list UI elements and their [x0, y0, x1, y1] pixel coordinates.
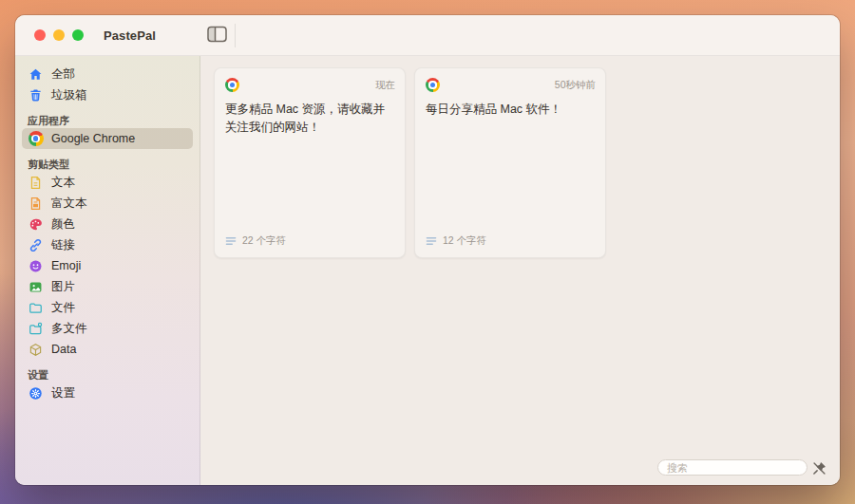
sidebar-item-label: 富文本 [51, 196, 87, 212]
sidebar-item-label: 垃圾箱 [51, 87, 87, 103]
color-palette-icon [28, 216, 44, 233]
close-button[interactable] [34, 29, 46, 41]
sidebar-section-settings: 设置 [15, 368, 200, 383]
sidebar-item-label: Emoji [51, 259, 81, 272]
card-footer: 12 个字符 [426, 234, 486, 248]
clipboard-card[interactable]: 50秒钟前 每日分享精品 Mac 软件！ 12 个字符 [414, 67, 606, 258]
card-timestamp: 现在 [375, 79, 395, 92]
sidebar-section-applications: 应用程序 [15, 114, 200, 128]
sidebar-item-label: 链接 [51, 237, 75, 253]
chrome-icon [28, 131, 44, 147]
char-count: 12 个字符 [443, 234, 486, 248]
sidebar-item-label: 图片 [51, 279, 75, 295]
chrome-icon [426, 78, 440, 92]
sidebar-item-label: Google Chrome [51, 132, 135, 145]
sidebar-item-multi-file[interactable]: 多文件 [22, 318, 193, 339]
sidebar-item-label: 多文件 [51, 321, 87, 337]
emoji-icon [28, 258, 44, 274]
sidebar-item-trash[interactable]: 垃圾箱 [22, 84, 193, 105]
sidebar-item-data[interactable]: Data [22, 339, 193, 360]
sidebar-item-label: 设置 [51, 385, 75, 401]
title-bar: PastePal [15, 15, 840, 56]
sidebar-toggle-icon [207, 31, 227, 46]
card-text: 每日分享精品 Mac 软件！ [415, 92, 605, 119]
sidebar-item-google-chrome[interactable]: Google Chrome [22, 128, 193, 149]
rich-text-document-icon [28, 196, 44, 212]
minimize-button[interactable] [53, 29, 65, 41]
pin-slash-icon [811, 460, 829, 476]
sidebar-item-image[interactable]: 图片 [22, 276, 193, 297]
sidebar-item-file[interactable]: 文件 [22, 297, 193, 318]
text-document-icon [28, 175, 44, 191]
text-lines-icon [225, 236, 237, 246]
window-title: PastePal [104, 28, 156, 43]
sidebar-item-color[interactable]: 颜色 [22, 214, 193, 234]
cube-icon [28, 342, 44, 358]
card-text: 更多精品 Mac 资源，请收藏并关注我们的网站！ [215, 92, 405, 138]
sidebar-toggle-button[interactable] [206, 26, 227, 45]
trash-icon [28, 87, 44, 103]
zoom-button[interactable] [72, 29, 84, 41]
card-timestamp: 50秒钟前 [555, 79, 596, 92]
sidebar-item-settings[interactable]: 设置 [22, 383, 193, 403]
sidebar-item-all[interactable]: 全部 [22, 64, 193, 84]
link-icon [28, 237, 44, 253]
card-footer: 22 个字符 [225, 234, 286, 248]
sidebar-item-label: 文件 [51, 300, 75, 316]
sidebar-item-label: Data [51, 343, 76, 356]
window-controls [34, 29, 84, 41]
pastepal-window: PastePal 全部 [15, 15, 840, 485]
house-icon [28, 66, 44, 83]
sidebar-section-clip-types: 剪贴类型 [15, 158, 200, 172]
clipboard-card[interactable]: 现在 更多精品 Mac 资源，请收藏并关注我们的网站！ 22 个字符 [214, 67, 406, 258]
clipboard-grid: 现在 更多精品 Mac 资源，请收藏并关注我们的网站！ 22 个字符 50秒钟前… [200, 56, 840, 485]
toolbar-divider [235, 24, 236, 47]
multi-folder-icon [28, 321, 44, 337]
sidebar-item-text[interactable]: 文本 [22, 172, 193, 193]
pin-filter-button[interactable] [811, 459, 829, 477]
chrome-icon [225, 78, 239, 92]
sidebar-item-link[interactable]: 链接 [22, 234, 193, 255]
sidebar-item-rich-text[interactable]: 富文本 [22, 193, 193, 214]
text-lines-icon [426, 236, 437, 246]
char-count: 22 个字符 [242, 234, 286, 248]
sidebar-item-label: 文本 [51, 175, 75, 191]
search-input[interactable] [657, 459, 808, 476]
sidebar-item-label: 全部 [51, 66, 75, 83]
sidebar-item-emoji[interactable]: Emoji [22, 255, 193, 276]
sidebar-item-label: 颜色 [51, 216, 75, 233]
image-icon [28, 279, 44, 295]
folder-icon [28, 300, 44, 316]
sidebar: 全部 垃圾箱 应用程序 Google Chrome 剪贴类型 文本 [15, 56, 200, 485]
settings-gear-icon [28, 385, 44, 401]
